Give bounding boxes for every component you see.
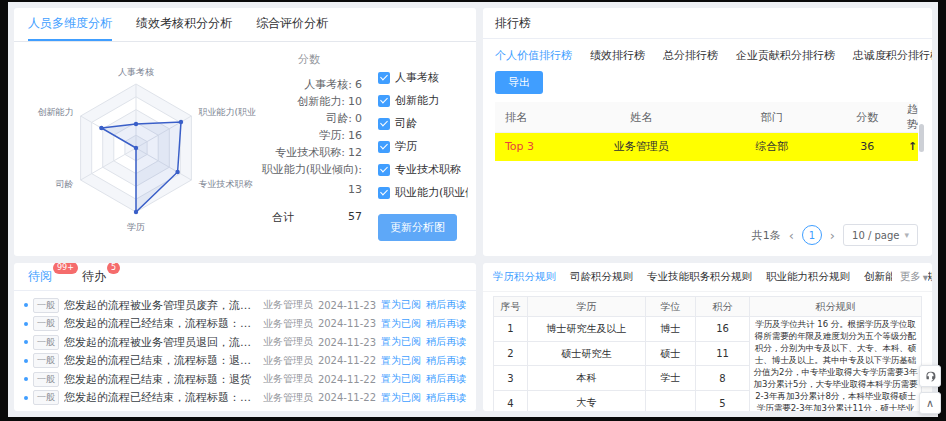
checkbox-tenure[interactable]: 司龄 bbox=[378, 116, 468, 131]
bullet-icon bbox=[24, 359, 28, 363]
chevron-down-icon: ▾ bbox=[904, 230, 909, 240]
message-text[interactable]: 您发起的流程被业务管理员退回，流程标题：退货单，退回说明 bbox=[64, 335, 258, 350]
message-text[interactable]: 您发起的流程已结束，流程标题：退货 bbox=[64, 372, 258, 387]
message-sender: 业务管理员 bbox=[263, 391, 313, 405]
checkbox-education[interactable]: 学历 bbox=[378, 139, 468, 154]
more-label: 更多 bbox=[900, 270, 921, 284]
svg-text:创新能力: 创新能力 bbox=[38, 107, 74, 117]
col-trend: 趋势 bbox=[907, 102, 918, 133]
ranking-table: 排名 姓名 部门 分数 趋势 Top 3 业务管理员 综合部 36 bbox=[495, 102, 918, 161]
tab-performance-ranking[interactable]: 绩效排行榜 bbox=[590, 48, 645, 63]
dept-cell: 综合部 bbox=[716, 133, 827, 161]
update-chart-button[interactable]: 更新分析图 bbox=[378, 214, 457, 241]
rules-table: 序号 学历 学位 积分 积分规则 1 博士研究生及以上 博士 16 bbox=[493, 296, 922, 411]
message-text[interactable]: 您发起的流程已经结束，流程标题：退货单 bbox=[64, 316, 258, 331]
tab-comprehensive-evaluation[interactable]: 综合评价分析 bbox=[256, 8, 328, 41]
analysis-panel: 人员多维度分析 绩效考核积分分析 综合评价分析 人事考核职业能力(职业倾向)专业… bbox=[14, 8, 476, 256]
scrollbar-thumb[interactable] bbox=[919, 124, 924, 152]
col-index: 序号 bbox=[494, 297, 528, 317]
degree-cell: 博士 bbox=[646, 317, 696, 342]
tab-todo[interactable]: 待办 5 bbox=[82, 268, 106, 285]
tab-total-score-ranking[interactable]: 总分排行榜 bbox=[663, 48, 718, 63]
tab-label: 待办 bbox=[82, 269, 106, 283]
mark-read-link[interactable]: 置为已阅 bbox=[381, 391, 421, 405]
read-later-link[interactable]: 稍后再读 bbox=[426, 298, 466, 312]
score-row: 创新能力: 10 bbox=[256, 93, 362, 110]
svg-text:学历: 学历 bbox=[127, 222, 145, 232]
score-label: 学历: bbox=[319, 127, 345, 144]
customer-service-icon bbox=[924, 370, 937, 383]
checkbox-vocational-ability[interactable]: 职业能力(职业倾向) bbox=[378, 185, 468, 200]
next-page-icon[interactable]: › bbox=[830, 229, 835, 242]
mark-read-link[interactable]: 置为已阅 bbox=[381, 298, 421, 312]
degree-cell: 硕士 bbox=[646, 341, 696, 366]
export-button[interactable]: 导出 bbox=[495, 71, 543, 94]
more-tabs-button[interactable]: 更多 ▾ bbox=[892, 263, 928, 291]
tab-personnel-multidim-analysis[interactable]: 人员多维度分析 bbox=[28, 8, 112, 41]
checkbox-checked-icon bbox=[378, 72, 390, 84]
read-later-link[interactable]: 稍后再读 bbox=[426, 391, 466, 405]
page-size-select[interactable]: 10 / page ▾ bbox=[843, 224, 918, 246]
back-to-top-button[interactable]: ∧ bbox=[919, 392, 941, 414]
message-sender: 业务管理员 bbox=[263, 354, 313, 368]
unread-count-badge: 99+ bbox=[53, 263, 78, 274]
tab-tenure-rule[interactable]: 司龄积分规则 bbox=[570, 270, 633, 284]
analysis-body: 人事考核职业能力(职业倾向)专业技术职称学历司龄创新能力 分数 人事考核: 6 … bbox=[14, 42, 476, 256]
message-text[interactable]: 您发起的流程已结束，流程标题：退货单 bbox=[64, 353, 258, 368]
mark-read-link[interactable]: 置为已阅 bbox=[381, 372, 421, 386]
total-label: 合计 bbox=[272, 210, 294, 225]
checkbox-innovation[interactable]: 创新能力 bbox=[378, 93, 468, 108]
tab-loyalty-ranking[interactable]: 忠诚度积分排行榜 bbox=[853, 48, 932, 63]
tab-vocational-ability-rule[interactable]: 职业能力积分规则 bbox=[766, 270, 850, 284]
bullet-icon bbox=[24, 303, 28, 307]
priority-tag: 一般 bbox=[33, 316, 59, 331]
tab-personal-value-ranking[interactable]: 个人价值排行榜 bbox=[495, 48, 572, 63]
mark-read-link[interactable]: 置为已阅 bbox=[381, 354, 421, 368]
todo-count-badge: 5 bbox=[107, 263, 120, 274]
message-text[interactable]: 您发起的流程被业务管理员废弃，流程标题：退货单，废弃说明 bbox=[64, 298, 258, 313]
message-date: 2024-11-23 bbox=[318, 337, 376, 348]
read-later-link[interactable]: 稍后再读 bbox=[426, 317, 466, 331]
message-date: 2024-11-22 bbox=[318, 374, 376, 385]
tab-performance-score-analysis[interactable]: 绩效考核积分分析 bbox=[136, 8, 232, 41]
tab-to-read[interactable]: 待阅 99+ bbox=[28, 268, 52, 285]
current-page-button[interactable]: 1 bbox=[802, 225, 822, 245]
score-row: 人事考核: 6 bbox=[256, 76, 362, 93]
tab-professional-skill-rule[interactable]: 专业技能职务积分规则 bbox=[647, 270, 752, 284]
tab-education-rule[interactable]: 学历积分规则 bbox=[493, 270, 556, 284]
trend-up-icon: ↑ bbox=[907, 133, 918, 161]
score-total-row: 合计 57 bbox=[256, 210, 362, 225]
page-size-value: 10 / page bbox=[852, 230, 899, 241]
list-item: 一般 您发起的流程被业务管理员废弃，流程标题：退货单，废弃说明 业务管理员 20… bbox=[24, 296, 466, 314]
arrow-up-icon: ∧ bbox=[926, 397, 934, 410]
edu-cell: 硕士研究生 bbox=[528, 341, 646, 366]
rank-cell: Top 3 bbox=[495, 133, 567, 161]
col-dept: 部门 bbox=[716, 102, 827, 133]
message-text[interactable]: 您发起的流程已经结束，流程标题：新品发放 bbox=[64, 390, 258, 405]
prev-page-icon[interactable]: ‹ bbox=[789, 229, 794, 242]
checkbox-professional-title[interactable]: 专业技术职称 bbox=[378, 162, 468, 177]
checkbox-checked-icon bbox=[378, 95, 390, 107]
degree-cell: 学士 bbox=[646, 366, 696, 391]
tab-enterprise-contribution-ranking[interactable]: 企业贡献积分排行榜 bbox=[736, 48, 835, 63]
mark-read-link[interactable]: 置为已阅 bbox=[381, 335, 421, 349]
svg-text:专业技术职称: 专业技术职称 bbox=[198, 179, 252, 189]
mark-read-link[interactable]: 置为已阅 bbox=[381, 317, 421, 331]
svg-text:人事考核: 人事考核 bbox=[118, 67, 154, 77]
customer-service-button[interactable] bbox=[919, 365, 941, 387]
read-later-link[interactable]: 稍后再读 bbox=[426, 335, 466, 349]
score-label: 专业技术职称: bbox=[275, 144, 345, 161]
score-value: 6 bbox=[355, 76, 362, 93]
svg-text:职业能力(职业倾向): 职业能力(职业倾向) bbox=[198, 107, 256, 117]
read-later-link[interactable]: 稍后再读 bbox=[426, 372, 466, 386]
col-points: 积分 bbox=[696, 297, 750, 317]
checkbox-personnel-assessment[interactable]: 人事考核 bbox=[378, 70, 468, 85]
rules-tabbar: 学历积分规则 司龄积分规则 专业技能职务积分规则 职业能力积分规则 创新能力积分… bbox=[483, 263, 932, 292]
read-later-link[interactable]: 稍后再读 bbox=[426, 354, 466, 368]
messages-tabbar: 待阅 99+ 待办 5 bbox=[14, 263, 476, 291]
checkbox-checked-icon bbox=[378, 187, 390, 199]
checkbox-label: 人事考核 bbox=[395, 70, 439, 85]
pagination-total: 共1条 bbox=[752, 228, 781, 243]
dimension-checkbox-column: 人事考核 创新能力 司龄 学历 bbox=[362, 44, 468, 252]
score-label: 司龄: bbox=[326, 110, 352, 127]
